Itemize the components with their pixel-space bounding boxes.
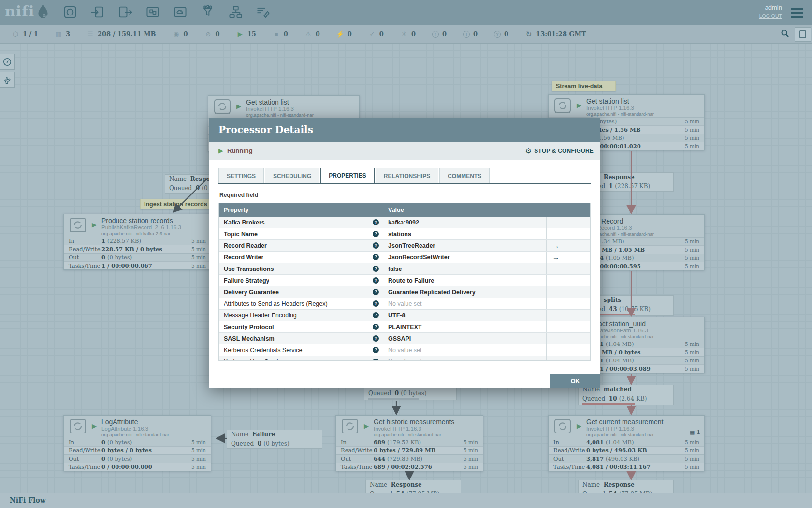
property-row[interactable]: SASL Mechanism?GSSAPI bbox=[219, 333, 590, 344]
help-icon[interactable]: ? bbox=[373, 266, 379, 272]
property-row[interactable]: Delivery Guarantee?Guarantee Replicated … bbox=[219, 286, 590, 298]
property-row[interactable]: Record Reader?JsonTreeReader→ bbox=[219, 240, 590, 252]
property-value[interactable]: No value set bbox=[383, 344, 547, 356]
property-value[interactable]: false bbox=[383, 263, 547, 274]
disabled-icon: ⚡ bbox=[336, 30, 344, 38]
tab-scheduling[interactable]: SCHEDULING bbox=[265, 168, 319, 183]
status-item-disabled: ⚡0 bbox=[336, 30, 352, 38]
running-status-label: Running bbox=[227, 147, 253, 154]
processor-logattribute[interactable]: ▶LogAttributeLogAttribute 1.16.3org.apac… bbox=[63, 415, 211, 471]
go-to-service-icon[interactable]: → bbox=[552, 242, 559, 249]
logout-link[interactable]: LOG OUT bbox=[759, 13, 782, 19]
last-refresh-time: 13:01:28 GMT bbox=[536, 30, 586, 38]
property-value[interactable]: kafka:9092 bbox=[383, 217, 547, 228]
property-name: Record Writer bbox=[224, 254, 263, 261]
help-icon[interactable]: ? bbox=[373, 347, 379, 353]
last-refresh[interactable]: ↻ 13:01:28 GMT bbox=[525, 30, 586, 39]
running-icon: ▶ bbox=[236, 30, 244, 38]
status-item-stale: ↑0 bbox=[432, 30, 447, 38]
property-value[interactable]: Guarantee Replicated Delivery bbox=[383, 286, 547, 298]
global-menu-icon[interactable] bbox=[791, 6, 803, 20]
ok-button[interactable]: OK bbox=[550, 374, 600, 388]
help-icon[interactable]: ? bbox=[373, 312, 379, 318]
property-row[interactable]: Topic Name?stations bbox=[219, 228, 590, 240]
search-icon[interactable] bbox=[775, 29, 795, 40]
property-name: Failure Strategy bbox=[224, 277, 269, 284]
property-value[interactable]: JsonRecordSetWriter bbox=[383, 252, 547, 263]
birdseye-toggle[interactable] bbox=[795, 27, 811, 42]
select-hand-button[interactable] bbox=[0, 72, 15, 88]
stop-and-configure-button[interactable]: ⚙ STOP & CONFIGURE bbox=[525, 147, 594, 155]
app-header: nifi admin LOG OUT bbox=[0, 0, 812, 25]
help-icon[interactable]: ? bbox=[373, 300, 379, 307]
property-name: Record Reader bbox=[224, 242, 267, 249]
property-value[interactable]: UTF-8 bbox=[383, 310, 547, 321]
processor-icon bbox=[213, 99, 232, 115]
processor-produce-station-records[interactable]: ▶Produce station recordsPublishKafkaReco… bbox=[63, 214, 211, 270]
run-status-icon: ▶ bbox=[236, 103, 241, 110]
property-value[interactable]: Route to Failure bbox=[383, 275, 547, 286]
help-icon[interactable]: ? bbox=[373, 277, 379, 284]
tab-settings[interactable]: SETTINGS bbox=[218, 168, 264, 183]
remote-process-group-icon[interactable] bbox=[172, 4, 188, 20]
properties-table: Property Value Kafka Brokers?kafka:9092T… bbox=[218, 203, 591, 361]
property-row[interactable]: Record Writer?JsonRecordSetWriter→ bbox=[219, 252, 590, 263]
connection-queued: Queued 0 (0 bytes) bbox=[364, 389, 456, 398]
processor-type: InvokeHTTP 1.16.3 bbox=[586, 105, 634, 111]
processor-get-current-measurement[interactable]: ▶Get current measurementInvokeHTTP 1.16.… bbox=[548, 415, 705, 471]
help-icon[interactable]: ? bbox=[373, 231, 379, 237]
locally-modified-icon: ✳ bbox=[400, 30, 408, 38]
processor-get-historic-measurements[interactable]: ▶Get historic measurementsInvokeHTTP 1.1… bbox=[335, 415, 483, 471]
connection-name: Name Response bbox=[366, 480, 461, 490]
processor-name: Produce station records bbox=[102, 217, 173, 224]
clustered-icon: ⬡ bbox=[12, 30, 19, 38]
status-item-invalid: ⚠0 bbox=[304, 30, 320, 38]
sync-failure-icon: ? bbox=[494, 31, 501, 38]
property-row[interactable]: Security Protocol?PLAINTEXT bbox=[219, 321, 590, 333]
run-status-icon: ▶ bbox=[577, 102, 581, 109]
property-value[interactable]: PLAINTEXT bbox=[383, 321, 547, 332]
help-icon[interactable]: ? bbox=[373, 219, 379, 225]
help-icon[interactable]: ? bbox=[373, 359, 379, 361]
template-icon[interactable] bbox=[227, 4, 244, 20]
input-port-icon[interactable] bbox=[89, 4, 106, 20]
help-icon[interactable]: ? bbox=[373, 289, 379, 295]
processor-icon[interactable] bbox=[62, 4, 78, 20]
property-row[interactable]: Attributes to Send as Headers (Regex)?No… bbox=[219, 298, 590, 310]
stat-row-rw: Read/Write0 bytes / 496.03 KB5 min bbox=[549, 446, 704, 454]
funnel-icon[interactable] bbox=[200, 4, 216, 20]
canvas-label[interactable]: Stream live-data bbox=[552, 81, 616, 91]
label-icon[interactable] bbox=[255, 4, 271, 20]
property-row[interactable]: Kerberos User Service?No value set bbox=[219, 356, 590, 361]
process-group-icon[interactable] bbox=[145, 4, 161, 20]
property-value[interactable]: stations bbox=[383, 228, 547, 239]
property-row[interactable]: Use Transactions?false bbox=[219, 263, 590, 275]
breadcrumb[interactable]: NiFi Flow bbox=[10, 496, 46, 504]
help-icon[interactable]: ? bbox=[373, 335, 379, 342]
tab-relationships[interactable]: RELATIONSHIPS bbox=[376, 168, 438, 183]
navigate-palette-button[interactable] bbox=[0, 54, 15, 70]
property-row[interactable]: Failure Strategy?Route to Failure bbox=[219, 275, 590, 286]
canvas-label[interactable]: Ingest station records bbox=[140, 199, 213, 209]
tab-comments[interactable]: COMMENTS bbox=[439, 168, 490, 183]
property-value[interactable]: JsonTreeReader bbox=[383, 240, 547, 251]
help-icon[interactable]: ? bbox=[373, 324, 379, 330]
help-icon[interactable]: ? bbox=[373, 254, 379, 260]
help-icon[interactable]: ? bbox=[373, 242, 379, 249]
property-row[interactable]: Kerberos Credentials Service?No value se… bbox=[219, 344, 590, 356]
property-name: Security Protocol bbox=[224, 324, 274, 330]
processor-type: PublishKafkaRecord_2_6 1.16.3 bbox=[102, 224, 181, 230]
active-threads-icon: ▦ bbox=[55, 30, 62, 38]
running-status-icon: ▶ bbox=[218, 147, 223, 154]
property-value[interactable]: GSSAPI bbox=[383, 333, 547, 344]
property-row[interactable]: Message Header Encoding?UTF-8 bbox=[219, 310, 590, 321]
property-value[interactable]: No value set bbox=[383, 356, 547, 361]
connection-label-failure[interactable]: Name FailureQueued 0 (0 bytes) bbox=[227, 430, 322, 449]
go-to-service-icon[interactable]: → bbox=[552, 254, 559, 261]
refresh-icon[interactable]: ↻ bbox=[525, 30, 533, 39]
property-value[interactable]: No value set bbox=[383, 298, 547, 309]
stat-row-out: Out0 (0 bytes)5 min bbox=[64, 253, 211, 261]
property-row[interactable]: Kafka Brokers?kafka:9092 bbox=[219, 217, 590, 228]
tab-properties[interactable]: PROPERTIES bbox=[320, 168, 374, 183]
output-port-icon[interactable] bbox=[117, 4, 133, 20]
